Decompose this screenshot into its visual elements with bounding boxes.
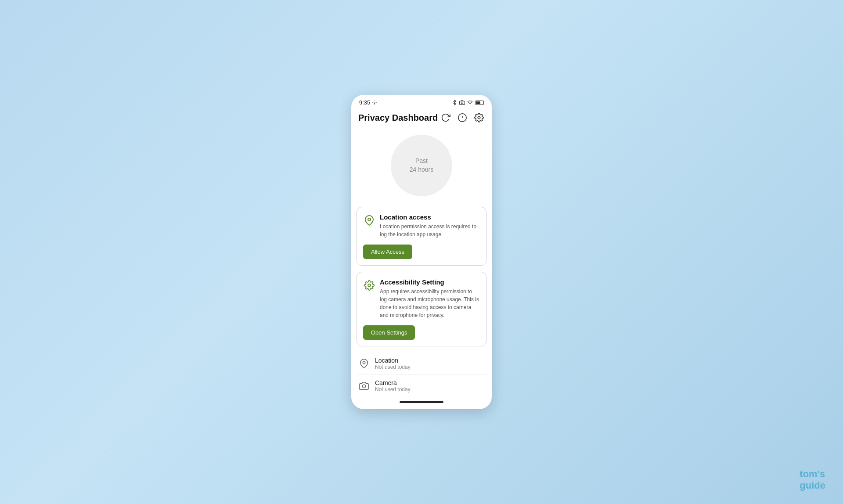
main-content: Location access Location permission acce… xyxy=(351,207,492,397)
status-bar: 9:35 xyxy=(351,95,492,108)
location-pin-icon xyxy=(364,215,375,226)
chart-line2: 24 hours xyxy=(410,166,433,173)
camera-list-status: Not used today xyxy=(375,386,411,392)
location-list-text: Location Not used today xyxy=(375,357,411,370)
camera-list-label: Camera xyxy=(375,379,411,386)
bluetooth-icon xyxy=(452,100,458,105)
open-settings-button[interactable]: Open Settings xyxy=(363,325,415,340)
accessibility-gear-icon xyxy=(364,280,375,291)
location-list-status: Not used today xyxy=(375,364,411,370)
refresh-button[interactable] xyxy=(440,112,451,123)
home-indicator xyxy=(400,401,443,403)
location-list-label: Location xyxy=(375,357,411,364)
watermark-line2: guide xyxy=(800,480,825,491)
camera-status-icon xyxy=(459,100,465,105)
list-item: Camera Not used today xyxy=(357,375,486,397)
time-period-chart: Past 24 hours xyxy=(391,135,452,196)
permissions-button[interactable] xyxy=(457,112,468,123)
wifi-icon xyxy=(467,100,473,105)
location-card-text: Location access Location permission acce… xyxy=(380,213,480,238)
location-card-header: Location access Location permission acce… xyxy=(363,213,480,238)
time-display: 9:35 xyxy=(359,99,370,106)
location-icon xyxy=(359,359,369,368)
battery-fill xyxy=(476,101,480,104)
camera-icon xyxy=(359,381,369,391)
location-access-card: Location access Location permission acce… xyxy=(357,207,486,266)
accessibility-card-icon xyxy=(363,279,375,292)
svg-point-8 xyxy=(368,284,371,287)
refresh-icon xyxy=(441,113,450,122)
chart-area: Past 24 hours xyxy=(351,129,492,207)
accessibility-card: Accessibility Setting App requires acces… xyxy=(357,272,486,346)
phone-frame: 9:35 Privacy Dashboard xyxy=(351,95,492,409)
svg-point-1 xyxy=(461,102,463,104)
allow-access-button[interactable]: Allow Access xyxy=(363,245,412,259)
svg-point-6 xyxy=(478,116,480,119)
location-status-icon xyxy=(372,100,377,105)
chart-line1: Past xyxy=(415,157,428,164)
svg-point-0 xyxy=(374,102,375,103)
status-time: 9:35 xyxy=(359,99,377,106)
battery-icon xyxy=(475,101,484,105)
list-item: Location Not used today xyxy=(357,353,486,375)
location-card-title: Location access xyxy=(380,213,480,221)
home-bar xyxy=(351,397,492,409)
chart-label: Past 24 hours xyxy=(410,157,433,174)
accessibility-card-header: Accessibility Setting App requires acces… xyxy=(363,278,480,319)
camera-list-text: Camera Not used today xyxy=(375,379,411,392)
location-card-icon xyxy=(363,214,375,227)
accessibility-card-text: Accessibility Setting App requires acces… xyxy=(380,278,480,319)
svg-point-7 xyxy=(368,218,371,221)
svg-point-9 xyxy=(363,361,365,364)
accessibility-card-title: Accessibility Setting xyxy=(380,278,480,286)
location-list-icon xyxy=(358,358,370,369)
location-card-desc: Location permission access is required t… xyxy=(380,223,480,238)
settings-button[interactable] xyxy=(473,112,485,123)
watermark-line1: tom's xyxy=(800,468,825,479)
permissions-icon xyxy=(458,113,467,122)
status-icons xyxy=(452,100,484,105)
header-actions xyxy=(440,112,485,123)
camera-list-icon xyxy=(358,380,370,392)
app-header: Privacy Dashboard xyxy=(351,108,492,129)
accessibility-card-desc: App requires accessibility permission to… xyxy=(380,288,480,319)
watermark: tom's guide xyxy=(800,468,825,491)
svg-point-10 xyxy=(362,385,365,388)
page-title: Privacy Dashboard xyxy=(358,113,438,123)
settings-icon xyxy=(474,113,484,122)
